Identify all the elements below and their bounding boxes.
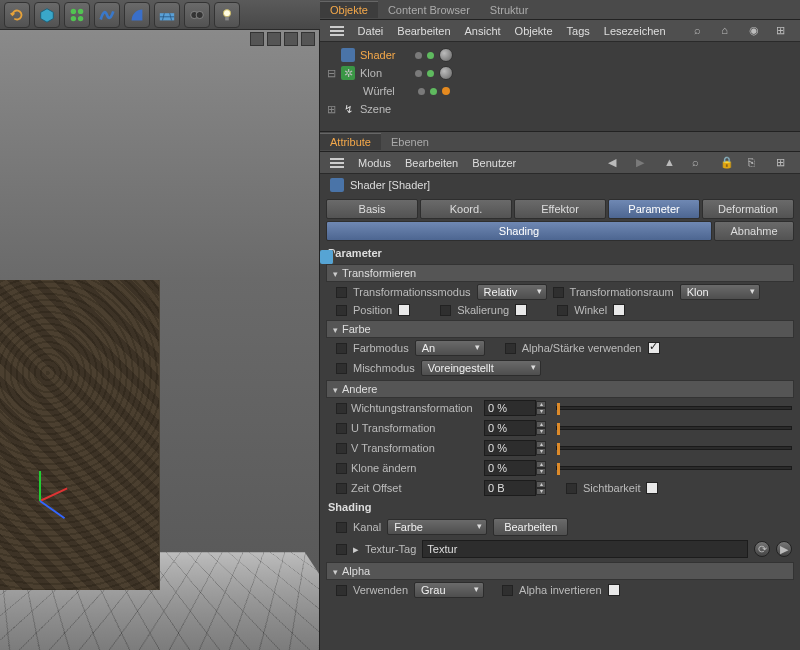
viewport-ctrl-icon[interactable]: [267, 32, 281, 46]
mode-koord[interactable]: Koord.: [420, 199, 512, 219]
group-farbe[interactable]: Farbe: [326, 320, 794, 338]
light-icon[interactable]: [214, 2, 240, 28]
menu-objekte[interactable]: Objekte: [515, 25, 553, 37]
material-swatch-icon[interactable]: [439, 66, 453, 80]
anim-dot[interactable]: [553, 287, 564, 298]
select-kanal[interactable]: Farbe: [387, 519, 487, 535]
input-number[interactable]: ▴▾: [484, 400, 546, 416]
checkbox-winkel[interactable]: [613, 304, 625, 316]
spinner-down-icon[interactable]: ▾: [536, 488, 546, 495]
sweep-icon[interactable]: [124, 2, 150, 28]
checkbox-position[interactable]: [398, 304, 410, 316]
select-mischmodus[interactable]: Voreingestellt: [421, 360, 541, 376]
anim-dot[interactable]: [440, 305, 451, 316]
anim-dot[interactable]: [336, 343, 347, 354]
select-farbmodus[interactable]: An: [415, 340, 485, 356]
slider-handle[interactable]: [557, 423, 560, 435]
anim-dot[interactable]: [336, 305, 347, 316]
spinner-up-icon[interactable]: ▴: [536, 481, 546, 488]
visibility-dot[interactable]: [418, 88, 425, 95]
nav-up-icon[interactable]: ▲: [664, 156, 678, 170]
visibility-dot[interactable]: [415, 70, 422, 77]
new-icon[interactable]: ⎘: [748, 156, 762, 170]
menu-lesezeichen[interactable]: Lesezeichen: [604, 25, 666, 37]
input-number[interactable]: ▴▾: [484, 440, 546, 456]
slider-handle[interactable]: [557, 403, 560, 415]
render-dot[interactable]: [427, 70, 434, 77]
menu-bearbeiten[interactable]: Bearbeiten: [397, 25, 450, 37]
menu-modus[interactable]: Modus: [358, 157, 391, 169]
input-number[interactable]: ▴▾: [484, 420, 546, 436]
search-icon[interactable]: ⌕: [694, 24, 708, 38]
expand-icon[interactable]: ⊞: [776, 156, 790, 170]
input-number[interactable]: ▴▾: [484, 460, 546, 476]
anim-dot[interactable]: [336, 522, 347, 533]
group-alpha[interactable]: Alpha: [326, 562, 794, 580]
viewport-object-cube[interactable]: [0, 280, 160, 590]
slider-track[interactable]: [556, 406, 792, 410]
menu-ansicht[interactable]: Ansicht: [465, 25, 501, 37]
nav-fwd-icon[interactable]: ▶: [636, 156, 650, 170]
tab-content-browser[interactable]: Content Browser: [378, 2, 480, 18]
slider-track[interactable]: [556, 426, 792, 430]
select-transraum[interactable]: Klon: [680, 284, 760, 300]
spinner-down-icon[interactable]: ▾: [536, 448, 546, 455]
link-icon[interactable]: ⟳: [754, 541, 770, 557]
checkbox-alpha[interactable]: [648, 342, 660, 354]
checkbox-sicht[interactable]: [646, 482, 658, 494]
lock-icon[interactable]: 🔒: [720, 156, 734, 170]
spinner-up-icon[interactable]: ▴: [536, 421, 546, 428]
anim-dot[interactable]: [502, 585, 513, 596]
camera-icon[interactable]: [184, 2, 210, 28]
anim-dot[interactable]: [505, 343, 516, 354]
checkbox-alpha-invert[interactable]: [608, 584, 620, 596]
tree-item-shader[interactable]: Shader: [326, 46, 794, 64]
spinner-up-icon[interactable]: ▴: [536, 461, 546, 468]
slider-handle[interactable]: [557, 463, 560, 475]
input-zeit[interactable]: ▴▾: [484, 480, 546, 496]
anim-dot[interactable]: [336, 544, 347, 555]
button-bearbeiten[interactable]: Bearbeiten: [493, 518, 568, 536]
render-dot[interactable]: [427, 52, 434, 59]
deformer-icon[interactable]: [94, 2, 120, 28]
tab-ebenen[interactable]: Ebenen: [381, 134, 439, 150]
anim-dot[interactable]: [557, 305, 568, 316]
anim-dot[interactable]: [336, 403, 347, 414]
spinner-up-icon[interactable]: ▴: [536, 401, 546, 408]
menu-bearbeiten[interactable]: Bearbeiten: [405, 157, 458, 169]
mode-shading[interactable]: Shading: [326, 221, 712, 241]
tab-struktur[interactable]: Struktur: [480, 2, 539, 18]
attribute-scroll[interactable]: Parameter Transformieren Transformations…: [320, 244, 800, 650]
select-verwenden[interactable]: Grau: [414, 582, 484, 598]
menu-benutzer[interactable]: Benutzer: [472, 157, 516, 169]
mode-effektor[interactable]: Effektor: [514, 199, 606, 219]
search-icon[interactable]: ⌕: [692, 156, 706, 170]
slider-track[interactable]: [556, 446, 792, 450]
tab-attribute[interactable]: Attribute: [320, 133, 381, 150]
floor-icon[interactable]: [154, 2, 180, 28]
group-andere[interactable]: Andere: [326, 380, 794, 398]
anim-dot[interactable]: [336, 363, 347, 374]
expander-icon[interactable]: ⊟: [326, 67, 336, 80]
tab-objekte[interactable]: Objekte: [320, 1, 378, 18]
tree-item-wuerfel[interactable]: Würfel: [326, 82, 794, 100]
goto-icon[interactable]: ▶: [776, 541, 792, 557]
tree-item-klon[interactable]: ⊟ ✲ Klon: [326, 64, 794, 82]
render-dot[interactable]: [430, 88, 437, 95]
spinner-down-icon[interactable]: ▾: [536, 428, 546, 435]
spinner-up-icon[interactable]: ▴: [536, 441, 546, 448]
visibility-dot[interactable]: [415, 52, 422, 59]
anim-dot[interactable]: [336, 585, 347, 596]
anim-dot[interactable]: [566, 483, 577, 494]
phong-tag-icon[interactable]: [442, 87, 450, 95]
tree-item-szene[interactable]: ⊞ ↯ Szene: [326, 100, 794, 118]
axis-gizmo[interactable]: [10, 470, 70, 530]
anim-dot[interactable]: [336, 483, 347, 494]
group-transformieren[interactable]: Transformieren: [326, 264, 794, 282]
home-icon[interactable]: ⌂: [721, 24, 735, 38]
nav-back-icon[interactable]: ◀: [608, 156, 622, 170]
viewport[interactable]: [0, 30, 320, 650]
viewport-ctrl-icon[interactable]: [301, 32, 315, 46]
slider-track[interactable]: [556, 466, 792, 470]
anim-dot[interactable]: [336, 443, 347, 454]
